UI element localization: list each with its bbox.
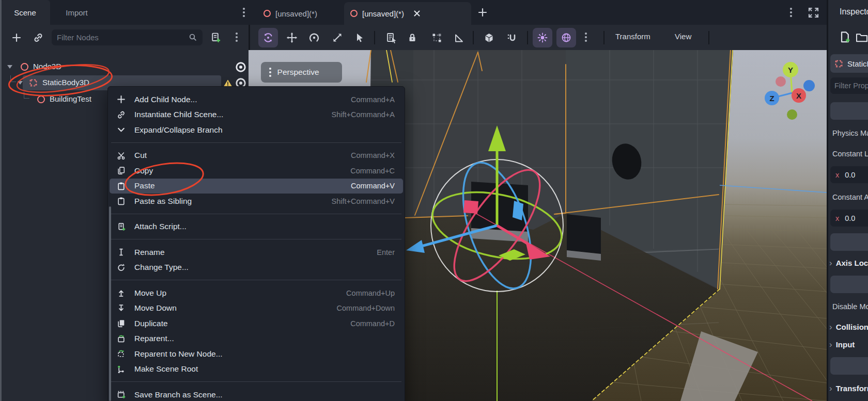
duplicate-icon (117, 319, 127, 328)
menu-item-move-up[interactable]: Move UpCommand+Up (110, 285, 403, 301)
select-tool-button[interactable] (350, 28, 369, 47)
chevron-right-icon: › (829, 258, 832, 268)
inspector-button-bar[interactable] (830, 102, 868, 120)
new-resource-icon[interactable] (839, 31, 851, 43)
scene-dock-more-icon[interactable] (236, 33, 238, 42)
topbar-more-icon[interactable] (790, 8, 792, 17)
perspective-button[interactable]: Perspective (261, 62, 342, 83)
ruler-button[interactable] (449, 28, 469, 47)
attach-script-toolbar-icon[interactable] (210, 32, 221, 43)
lock-icon (407, 33, 417, 43)
close-icon[interactable] (413, 9, 421, 18)
group-transform[interactable]: ›Transform (829, 383, 868, 394)
chevron-right-icon: › (829, 383, 832, 393)
filter-properties-box (830, 77, 868, 94)
node3d-icon (350, 10, 358, 17)
menu-item-change-type[interactable]: Change Type... (110, 260, 403, 276)
menu-item-cut[interactable]: CutCommand+X (110, 148, 403, 164)
inspector-button-bar[interactable] (830, 357, 868, 375)
menu-item-save-branch-as-scene[interactable]: Save Branch as Scene... (110, 387, 403, 401)
inspector-node-button[interactable]: StaticBody3D (830, 54, 868, 73)
axis-label-y: Y (788, 66, 793, 74)
transform-menu[interactable]: Transform (615, 32, 650, 41)
menu-item-make-scene-root[interactable]: Make Scene Root (110, 362, 403, 377)
local-space-button[interactable] (479, 28, 499, 47)
fullscreen-icon[interactable] (808, 7, 819, 19)
tab-import[interactable]: Import (50, 0, 103, 25)
instantiate-scene-icon[interactable] (33, 33, 43, 43)
tree-node-label: BuildingTest (50, 94, 91, 103)
menu-item-move-down[interactable]: Move DownCommand+Down (110, 301, 403, 316)
inspector-node-name: StaticBody3D (847, 59, 868, 68)
lock-button[interactable] (402, 28, 422, 47)
dock-more-icon[interactable] (243, 8, 245, 17)
gizmo-plane-x[interactable] (463, 200, 478, 214)
menu-item-duplicate[interactable]: DuplicateCommand+D (110, 316, 403, 331)
sun-icon (537, 32, 548, 43)
load-resource-folder-icon[interactable] (856, 32, 868, 43)
visibility-eye-icon[interactable] (235, 61, 246, 73)
add-node-icon[interactable] (11, 33, 22, 43)
rotate-mode-button[interactable] (304, 28, 324, 47)
group-button[interactable] (427, 28, 446, 47)
menu-item-paste-as-sibling[interactable]: Paste as SiblingShift+Command+V (110, 194, 403, 209)
inspector-button-bar[interactable] (830, 276, 868, 293)
gizmo-plane-z[interactable] (513, 201, 523, 220)
tree-row-node3d[interactable]: Node3D (0, 59, 249, 75)
scissors-icon (117, 151, 127, 160)
snap-button[interactable] (502, 28, 522, 47)
move-down-icon (117, 303, 127, 313)
preview-sunlight-button[interactable] (533, 28, 552, 47)
preview-environment-button[interactable] (556, 28, 576, 47)
chevron-down-icon[interactable] (18, 81, 23, 85)
copy-icon (117, 166, 127, 175)
axis-ball-neg-z[interactable] (803, 80, 815, 91)
new-tab-icon[interactable] (477, 7, 488, 18)
menu-item-copy[interactable]: CopyCommand+C (110, 163, 403, 179)
scene-tab-2[interactable]: [unsaved](*) (344, 2, 471, 25)
vector-x-tag: x (835, 214, 839, 222)
move-tool-button[interactable] (282, 28, 302, 47)
menu-item-attach-script[interactable]: Attach Script... (110, 219, 403, 235)
property-disable-mode: Disable Mode (832, 302, 868, 311)
menu-item-add-child-node[interactable]: Add Child Node...Command+A (110, 92, 403, 107)
filter-properties-input[interactable] (834, 82, 868, 90)
list-select-button[interactable] (382, 28, 401, 47)
scrollbar[interactable] (109, 206, 111, 401)
menu-item-reparent-to-new-node[interactable]: Reparent to New Node... (110, 346, 403, 362)
clipboard-icon (117, 197, 127, 206)
cursor-icon (354, 33, 365, 43)
property-physics-material: Physics Material Override (832, 129, 868, 137)
tab-scene[interactable]: Scene (0, 0, 50, 25)
rotate-mode-icon (308, 32, 320, 43)
group-axis-lock[interactable]: ›Axis Lock (829, 258, 868, 268)
change-type-icon (117, 263, 127, 272)
menu-item-paste[interactable]: PasteCommand+V (110, 179, 403, 194)
menu-item-instantiate-child-scene[interactable]: Instantiate Child Scene...Shift+Command+… (110, 107, 403, 123)
tab-scene-label: Scene (14, 8, 36, 17)
group-collision[interactable]: ›Collision (829, 322, 868, 332)
node3d-icon (264, 10, 271, 17)
magnet-icon (506, 32, 518, 43)
viewport-more-icon[interactable] (585, 33, 587, 42)
filter-nodes-input[interactable] (57, 33, 189, 42)
menu-item-rename[interactable]: RenameEnter (110, 245, 403, 260)
scale-tool-button[interactable] (328, 28, 347, 47)
vector-x-field[interactable]: x 0.0 (830, 210, 868, 227)
axis-ball-neg-y[interactable] (787, 109, 797, 120)
chevron-down-icon (117, 125, 127, 135)
view-menu[interactable]: View (675, 32, 691, 41)
vector-x-field[interactable]: x 0.0 (830, 166, 868, 183)
menu-item-reparent[interactable]: Reparent... (110, 331, 403, 347)
axis-ball-neg-x[interactable] (776, 76, 786, 87)
group-input[interactable]: ›Input (829, 340, 855, 350)
rename-cursor-icon (117, 248, 127, 257)
globe-icon (561, 32, 572, 43)
rotate-tool-button[interactable] (258, 28, 278, 47)
inspector-button-bar[interactable] (830, 233, 868, 251)
chevron-down-icon[interactable] (7, 65, 12, 69)
menu-item-expand-collapse-branch[interactable]: Expand/Collapse Branch (110, 122, 403, 138)
inspector-panel: Inspector StaticBody3D Physics Material … (827, 0, 868, 401)
scene-tab-1[interactable]: [unsaved](*) (257, 2, 323, 25)
window-edge (0, 0, 2, 401)
